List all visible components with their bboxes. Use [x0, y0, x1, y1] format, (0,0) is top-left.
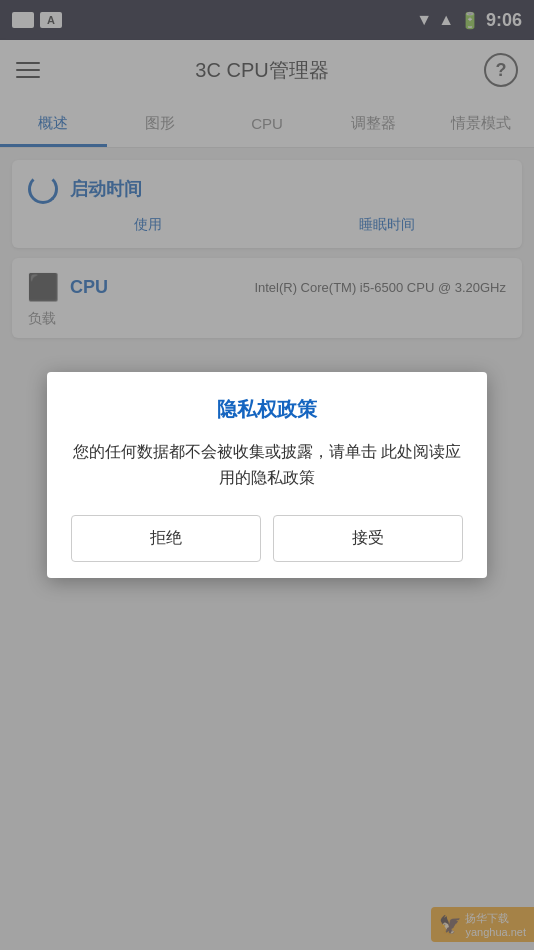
dialog-actions: 拒绝 接受	[71, 515, 463, 562]
accept-button[interactable]: 接受	[273, 515, 463, 562]
dialog-body: 您的任何数据都不会被收集或披露，请单击 此处阅读应用的隐私政策	[71, 439, 463, 490]
reject-button[interactable]: 拒绝	[71, 515, 261, 562]
dialog-title: 隐私权政策	[71, 396, 463, 423]
dialog-overlay: 隐私权政策 您的任何数据都不会被收集或披露，请单击 此处阅读应用的隐私政策 拒绝…	[0, 0, 534, 950]
privacy-dialog: 隐私权政策 您的任何数据都不会被收集或披露，请单击 此处阅读应用的隐私政策 拒绝…	[47, 372, 487, 577]
